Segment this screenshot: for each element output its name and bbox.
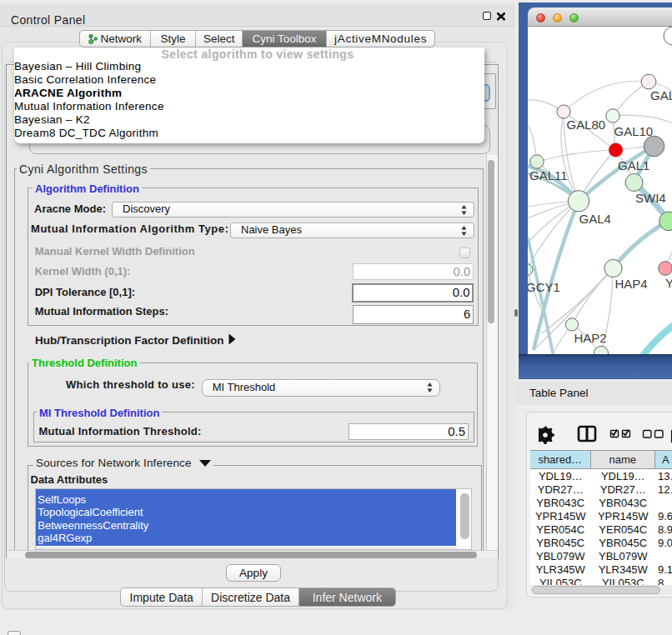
svg-text:GCY1: GCY1 bbox=[528, 280, 560, 294]
svg-text:GAL1: GAL1 bbox=[618, 158, 649, 172]
svg-text:HAP2: HAP2 bbox=[574, 331, 607, 345]
svg-text:GAL7: GAL7 bbox=[650, 88, 672, 102]
svg-text:Y: Y bbox=[665, 276, 672, 290]
svg-text:GAL80: GAL80 bbox=[567, 118, 606, 132]
svg-text:GAL4: GAL4 bbox=[579, 212, 611, 226]
svg-text:GAL10: GAL10 bbox=[614, 124, 654, 138]
svg-text:GAL11: GAL11 bbox=[529, 168, 568, 182]
svg-text:SWI4: SWI4 bbox=[635, 191, 666, 205]
svg-text:HAP4: HAP4 bbox=[615, 277, 648, 291]
